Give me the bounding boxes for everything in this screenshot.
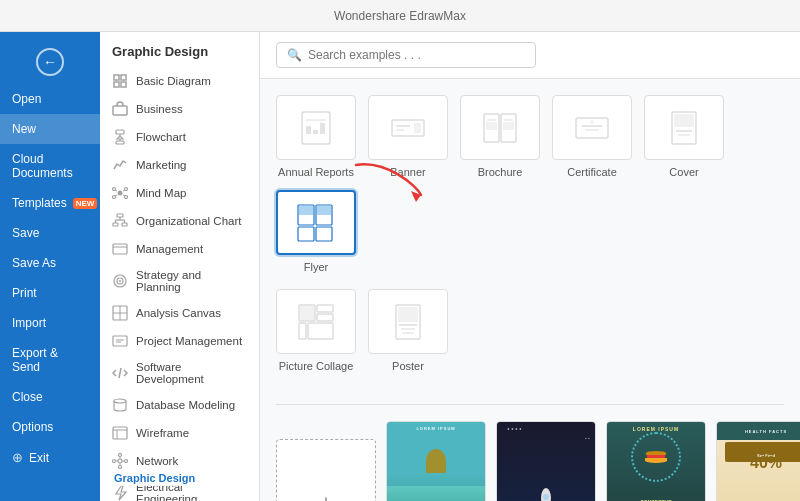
svg-rect-7 xyxy=(116,141,124,144)
main-content: 🔍 xyxy=(260,32,800,501)
management-label: Management xyxy=(136,243,203,255)
svg-rect-64 xyxy=(306,126,311,134)
mid-item-flowchart[interactable]: Flowchart xyxy=(100,123,259,151)
banner-label: Banner xyxy=(390,166,425,178)
electrical-label: Electrical Engineering xyxy=(136,481,247,501)
sidebar-item-new[interactable]: New xyxy=(0,114,100,144)
rocket-svg xyxy=(539,486,554,501)
sidebar-item-close[interactable]: Close xyxy=(0,382,100,412)
svg-rect-20 xyxy=(113,223,118,226)
sidebar-item-export[interactable]: Export & Send xyxy=(0,338,100,382)
svg-point-80 xyxy=(590,120,594,124)
brochure-thumb xyxy=(460,95,540,160)
new-badge: NEW xyxy=(73,198,98,209)
mid-item-management[interactable]: Management xyxy=(100,235,259,263)
add-new-card[interactable]: + xyxy=(276,439,376,501)
picture-collage-thumb xyxy=(276,289,356,354)
preview-flyer3[interactable]: LOREM IPSUM CONSECTUR ADIPISCING ELIT xyxy=(606,421,706,501)
project-icon xyxy=(112,333,128,349)
top-bar: Wondershare EdrawMax xyxy=(0,0,800,32)
basic-diagram-label: Basic Diagram xyxy=(136,75,211,87)
mid-item-org-chart[interactable]: Organizational Chart xyxy=(100,207,259,235)
back-button[interactable]: ← xyxy=(0,40,100,84)
preview-flyer1[interactable]: LOREM IPSUM CONSECTETUR ADIPISCING ELIT … xyxy=(386,421,486,501)
sidebar-item-cloud[interactable]: Cloud Documents xyxy=(0,144,100,188)
main-layout: ← Open New Cloud Documents Templates NEW… xyxy=(0,32,800,501)
mid-item-network[interactable]: Network xyxy=(100,447,259,475)
sidebar-item-exit[interactable]: ⊕ Exit xyxy=(0,442,100,473)
flyer-label: Flyer xyxy=(304,261,328,273)
flyer3-thumb: LOREM IPSUM CONSECTUR ADIPISCING ELIT xyxy=(606,421,706,501)
strategy-label: Strategy and Planning xyxy=(136,269,247,293)
analysis-label: Analysis Canvas xyxy=(136,307,221,319)
template-brochure[interactable]: Brochure xyxy=(460,95,540,178)
brochure-label: Brochure xyxy=(478,166,523,178)
svg-rect-5 xyxy=(116,130,124,134)
template-cover[interactable]: Cover xyxy=(644,95,724,178)
mid-item-project[interactable]: Project Management xyxy=(100,327,259,355)
template-certificate[interactable]: Certificate xyxy=(552,95,632,178)
template-grid-row1: Annual Reports Banner xyxy=(276,95,784,273)
svg-rect-96 xyxy=(308,323,333,339)
sidebar-item-open[interactable]: Open xyxy=(0,84,100,114)
svg-rect-21 xyxy=(122,223,127,226)
basic-diagram-icon xyxy=(112,73,128,89)
template-grid-row2: Picture Collage Poster xyxy=(276,289,784,372)
svg-point-30 xyxy=(119,280,121,282)
sidebar-item-templates[interactable]: Templates NEW xyxy=(0,188,100,218)
picture-collage-label: Picture Collage xyxy=(279,360,354,372)
mid-item-marketing[interactable]: Marketing xyxy=(100,151,259,179)
svg-rect-87 xyxy=(298,227,314,241)
preview-flyer2[interactable]: ★ ★ ★ ★ ★ ★ xyxy=(496,421,596,501)
mid-item-mind-map[interactable]: Mind Map xyxy=(100,179,259,207)
search-input-wrapper[interactable]: 🔍 xyxy=(276,42,536,68)
search-icon: 🔍 xyxy=(287,48,302,62)
svg-line-17 xyxy=(115,195,117,196)
template-picture-collage[interactable]: Picture Collage xyxy=(276,289,356,372)
mid-item-wireframe[interactable]: Wireframe xyxy=(100,419,259,447)
search-input[interactable] xyxy=(308,48,525,62)
svg-rect-75 xyxy=(486,122,497,130)
project-label: Project Management xyxy=(136,335,242,347)
template-banner[interactable]: Banner xyxy=(368,95,448,178)
mid-item-electrical[interactable]: Electrical Engineering xyxy=(100,475,259,501)
svg-point-46 xyxy=(119,466,122,469)
sidebar-item-import[interactable]: Import xyxy=(0,308,100,338)
svg-rect-65 xyxy=(313,130,318,134)
sidebar-item-save[interactable]: Save xyxy=(0,218,100,248)
mid-item-basic-diagram[interactable]: Basic Diagram xyxy=(100,67,259,95)
annual-reports-icon xyxy=(296,108,336,148)
svg-marker-91 xyxy=(411,191,421,202)
back-circle-icon: ← xyxy=(36,48,64,76)
annual-reports-label: Annual Reports xyxy=(278,166,354,178)
mid-item-software[interactable]: Software Development xyxy=(100,355,259,391)
svg-line-16 xyxy=(123,190,125,191)
svg-rect-66 xyxy=(320,123,325,134)
mid-item-database[interactable]: Database Modeling xyxy=(100,391,259,419)
middle-sidebar-title: Graphic Design xyxy=(100,32,259,67)
certificate-icon xyxy=(572,108,612,148)
template-flyer[interactable]: Flyer xyxy=(276,190,356,273)
svg-point-10 xyxy=(118,191,123,196)
preview-row: + LOREM IPSUM CONSECTETUR ADIPISCING ELI… xyxy=(260,421,800,501)
sidebar-item-options[interactable]: Options xyxy=(0,412,100,442)
preview-flyer4[interactable]: HEALTH FACTS Sea Food 40% 🦀 xyxy=(716,421,800,501)
org-chart-label: Organizational Chart xyxy=(136,215,241,227)
svg-rect-34 xyxy=(113,336,127,346)
svg-rect-70 xyxy=(414,123,421,133)
export-label: Export & Send xyxy=(12,346,88,374)
template-poster[interactable]: Poster xyxy=(368,289,448,372)
close-label: Close xyxy=(12,390,43,404)
svg-rect-2 xyxy=(114,82,119,87)
sidebar-item-save-as[interactable]: Save As xyxy=(0,248,100,278)
mid-item-analysis[interactable]: Analysis Canvas xyxy=(100,299,259,327)
svg-point-42 xyxy=(118,459,122,463)
mid-item-strategy[interactable]: Strategy and Planning xyxy=(100,263,259,299)
network-label: Network xyxy=(136,455,178,467)
svg-rect-95 xyxy=(299,323,306,339)
cover-icon xyxy=(664,108,704,148)
template-annual-reports[interactable]: Annual Reports xyxy=(276,95,356,178)
mid-item-business[interactable]: Business xyxy=(100,95,259,123)
sidebar-item-print[interactable]: Print xyxy=(0,278,100,308)
poster-icon xyxy=(388,302,428,342)
